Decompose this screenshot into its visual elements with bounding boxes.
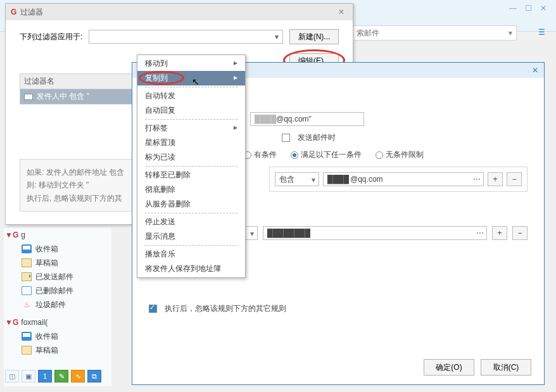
drafts-icon: [22, 346, 32, 355]
account-1-label: g: [21, 231, 25, 239]
bottom-btn-3[interactable]: 1: [38, 370, 52, 383]
account-2[interactable]: ▼ G foxmail(: [4, 315, 111, 329]
desc-line-2: 则: 移动到文件夹 ": [27, 179, 130, 191]
ellipsis-icon[interactable]: ⋯: [476, 229, 484, 237]
ellipsis-icon[interactable]: ⋯: [473, 175, 481, 184]
menu-star-top[interactable]: 星标置顶: [137, 136, 245, 150]
apply-to-account-select[interactable]: [89, 30, 283, 44]
menu-move-to[interactable]: 移动到: [137, 56, 245, 71]
cond-none-label: 无条件限制: [386, 150, 424, 159]
annotation-circle: [139, 71, 184, 85]
menu-save-address[interactable]: 将发件人保存到地址簿: [137, 262, 245, 276]
sidebar-item-label: 垃圾邮件: [35, 300, 66, 310]
add-action-button[interactable]: +: [492, 226, 507, 240]
ignore-below-label: 执行后，忽略该规则下方的其它规则: [165, 303, 286, 314]
foxmail-logo-icon: G: [11, 8, 16, 16]
filter-list-row[interactable]: 发件人中 包含 ": [20, 89, 137, 104]
menu-play-music[interactable]: 播放音乐: [137, 247, 245, 262]
menu-server-delete[interactable]: 从服务器删除: [137, 197, 245, 212]
rule-name-suffix: @qq.com": [276, 115, 312, 123]
condition-operator-value: 包含: [279, 174, 294, 185]
sidebar-item-inbox[interactable]: 收件箱: [4, 242, 111, 256]
collapse-icon: ▼: [5, 318, 13, 327]
send-when-checkbox[interactable]: [282, 134, 290, 142]
cond-all-label: 有条件: [254, 150, 277, 159]
sidebar-item-label: 已删除邮件: [35, 286, 73, 296]
filter-dialog-titlebar[interactable]: G 过滤器 ✕: [6, 4, 353, 20]
menu-tag[interactable]: 打标签: [137, 121, 245, 136]
cond-any-radio[interactable]: [291, 151, 298, 159]
redacted-text: ████████: [267, 229, 310, 237]
sidebar-item-label: 草稿箱: [35, 258, 58, 269]
menu-separator: [145, 166, 237, 167]
sidebar-item-inbox-2[interactable]: 收件箱: [4, 329, 111, 343]
filter-row-text: 发件人中 包含 ": [37, 91, 89, 102]
window-minimize[interactable]: —: [507, 4, 519, 14]
account-1[interactable]: ▼ G g: [4, 228, 111, 242]
condition-value-field[interactable]: ████ @qq.com ⋯: [323, 172, 484, 186]
search-input[interactable]: [357, 28, 509, 37]
menu-separator: [145, 213, 237, 213]
menu-separator: [145, 87, 237, 87]
window-maximize[interactable]: ☐: [522, 4, 534, 14]
bottom-btn-2[interactable]: ▣: [22, 370, 35, 383]
menu-mark-read[interactable]: 标为已读: [137, 150, 245, 165]
filter-description-box: 如果: 发件人的邮件地址 包含 则: 移动到文件夹 " 执行后, 忽略该规则下方…: [20, 159, 137, 212]
new-filter-button[interactable]: 新建(N)...: [289, 29, 339, 44]
folder-sidebar: ▼ G g 收件箱 草稿箱 已发送邮件 已删除邮件 ♨垃圾邮件 ▼ G foxm…: [4, 228, 111, 386]
cond-none-radio[interactable]: [376, 151, 383, 159]
bottom-btn-6[interactable]: ⧉: [87, 370, 101, 383]
sidebar-item-drafts-2[interactable]: 草稿箱: [4, 343, 111, 357]
menu-move-deleted[interactable]: 转移至已删除: [137, 168, 245, 182]
sidebar-item-label: 收件箱: [35, 331, 58, 342]
condition-operator-select[interactable]: 包含: [275, 172, 319, 186]
trash-icon: [22, 286, 32, 295]
drafts-icon: [22, 258, 32, 267]
cursor-icon: ↖: [192, 77, 199, 87]
rule-name-field[interactable]: ████ @qq.com": [250, 112, 364, 126]
menu-perm-delete[interactable]: 彻底删除: [137, 182, 245, 197]
remove-condition-button[interactable]: −: [507, 172, 522, 186]
bottom-btn-5[interactable]: ∿: [71, 370, 85, 383]
sidebar-item-label: 收件箱: [35, 244, 58, 255]
menu-auto-forward[interactable]: 自动转发: [137, 89, 245, 103]
action-context-menu: 移动到 复制到 自动转发 自动回复 打标签 星标置顶 标为已读 转移至已删除 彻…: [137, 54, 246, 278]
sidebar-bottom-toolbar: ◫ ▣ 1 ✎ ∿ ⧉: [5, 370, 101, 383]
menu-auto-reply[interactable]: 自动回复: [137, 103, 245, 118]
sidebar-item-sent[interactable]: 已发送邮件: [4, 270, 111, 284]
cancel-button[interactable]: 取消(C): [481, 359, 531, 376]
sidebar-item-deleted[interactable]: 已删除邮件: [4, 284, 111, 298]
foxmail-logo-icon: G: [13, 231, 18, 239]
search-box[interactable]: ▾: [352, 25, 517, 41]
menu-separator: [145, 245, 237, 246]
remove-action-button[interactable]: −: [512, 226, 528, 240]
desc-line-1: 如果: 发件人的邮件地址 包含: [27, 166, 130, 179]
menu-separator: [145, 119, 237, 120]
ignore-below-checkbox[interactable]: [149, 305, 157, 313]
mail-icon: [24, 94, 33, 100]
list-view-icon[interactable]: ☰: [534, 25, 548, 39]
desc-line-3: 执行后, 忽略该规则下方的其: [27, 192, 130, 205]
ok-button[interactable]: 确定(O): [424, 359, 474, 376]
account-2-label: foxmail(: [21, 318, 47, 327]
search-dropdown-icon[interactable]: ▾: [509, 28, 512, 37]
bottom-btn-4[interactable]: ✎: [54, 370, 68, 383]
bottom-btn-1[interactable]: ◫: [5, 370, 19, 383]
window-close[interactable]: ✕: [537, 4, 550, 14]
sidebar-item-label: 草稿箱: [35, 345, 58, 356]
sidebar-item-label: 已发送邮件: [35, 272, 73, 282]
close-icon[interactable]: ✕: [526, 66, 544, 75]
collapse-icon: ▼: [5, 231, 13, 239]
filter-list-header: 过滤器名: [20, 73, 137, 89]
action-value-field[interactable]: ████████ ⋯: [263, 226, 487, 240]
sent-icon: [22, 272, 32, 281]
menu-show-msg[interactable]: 显示消息: [137, 229, 245, 244]
menu-stop-send[interactable]: 停止发送: [137, 215, 245, 229]
sidebar-item-spam[interactable]: ♨垃圾邮件: [4, 298, 111, 312]
redacted-text: ████: [255, 115, 276, 123]
condition-value-suffix: @qq.com: [350, 175, 383, 184]
add-condition-button[interactable]: +: [488, 172, 503, 186]
close-icon[interactable]: ✕: [335, 8, 348, 16]
inbox-icon: [22, 244, 32, 253]
sidebar-item-drafts[interactable]: 草稿箱: [4, 256, 111, 270]
